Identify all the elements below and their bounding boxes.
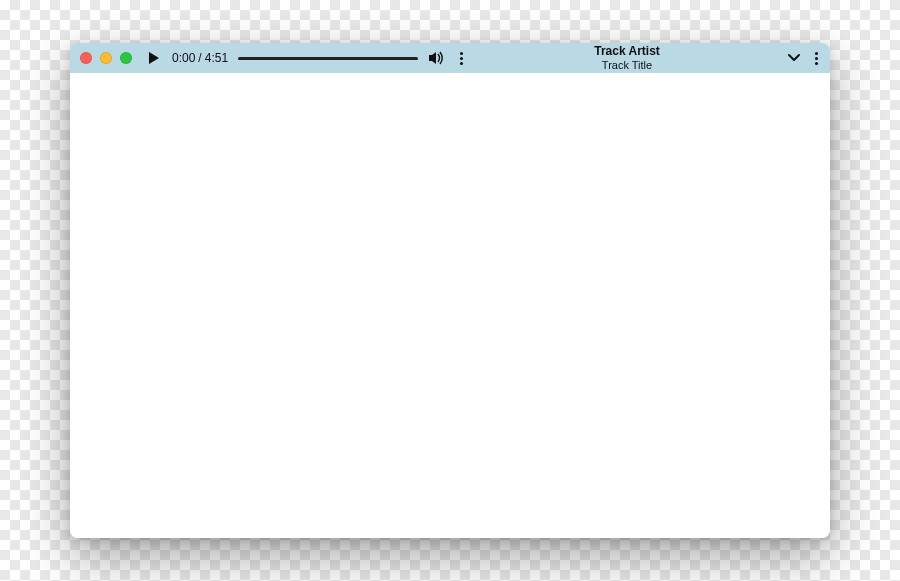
chevron-down-icon [787,53,801,63]
current-time: 0:00 [172,51,195,65]
app-window: 0:00 / 4:51 Track Artist Track Title [70,43,830,538]
player-menu-button[interactable] [456,48,467,69]
time-separator: / [198,51,201,65]
track-artist: Track Artist [473,45,781,58]
audio-player: 0:00 / 4:51 [146,48,467,69]
right-controls [787,48,822,69]
volume-icon [428,50,446,66]
play-button[interactable] [146,50,162,66]
progress-bar[interactable] [238,57,418,60]
kebab-dot-icon [460,62,463,65]
content-area [70,73,830,538]
window-controls [80,52,140,64]
kebab-dot-icon [815,57,818,60]
app-menu-button[interactable] [811,48,822,69]
kebab-dot-icon [460,57,463,60]
volume-button[interactable] [428,50,446,66]
time-display: 0:00 / 4:51 [172,51,228,65]
maximize-window-button[interactable] [120,52,132,64]
close-window-button[interactable] [80,52,92,64]
kebab-dot-icon [815,62,818,65]
play-icon [148,51,160,65]
duration: 4:51 [205,51,228,65]
expand-button[interactable] [787,53,801,63]
titlebar: 0:00 / 4:51 Track Artist Track Title [70,43,830,73]
track-title: Track Title [473,59,781,71]
kebab-dot-icon [815,52,818,55]
minimize-window-button[interactable] [100,52,112,64]
kebab-dot-icon [460,52,463,55]
track-info: Track Artist Track Title [473,45,781,70]
